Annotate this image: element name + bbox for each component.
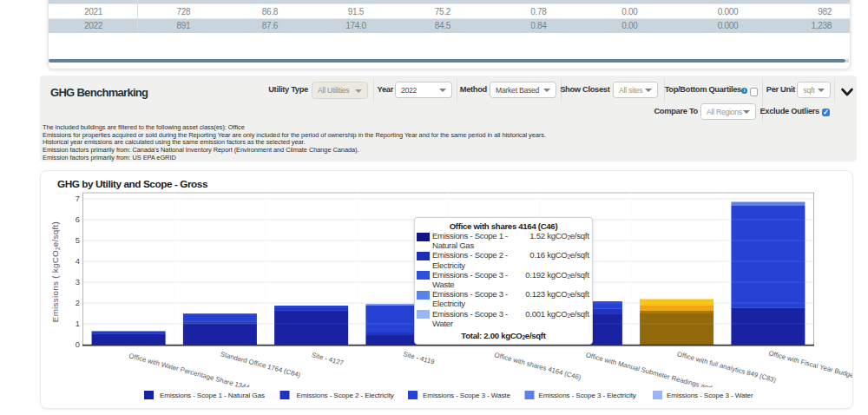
svg-text:1: 1: [76, 319, 80, 328]
svg-text:Site - 4127: Site - 4127: [311, 351, 345, 366]
svg-text:Emissions - Scope 3 - Electric: Emissions - Scope 3 - Electricity: [539, 392, 637, 399]
svg-text:5: 5: [76, 236, 80, 245]
svg-text:Emissions - Scope 1 - Natural: Emissions - Scope 1 - Natural Gas: [160, 392, 265, 399]
svg-text:Office with shares 4164 (C46): Office with shares 4164 (C46): [494, 351, 582, 381]
svg-text:7: 7: [76, 194, 80, 203]
svg-text:3: 3: [76, 278, 80, 287]
svg-text:Site - 4119: Site - 4119: [402, 350, 435, 366]
svg-text:Emissions - Scope 3 - Waste: Emissions - Scope 3 - Waste: [423, 392, 511, 399]
svg-text:4: 4: [76, 257, 80, 266]
svg-text:6: 6: [76, 215, 80, 224]
svg-text:Standard Office 1764 (C84): Standard Office 1764 (C84): [220, 350, 302, 379]
svg-text:Emissions - Scope 3 - Water: Emissions - Scope 3 - Water: [667, 392, 753, 399]
svg-text:Emissions ( kgCO2e/sqft): Emissions ( kgCO2e/sqft): [50, 221, 61, 322]
svg-text:0: 0: [76, 340, 80, 349]
svg-text:2: 2: [76, 299, 80, 307]
svg-text:Office with Fiscal Year Budget: Office with Fiscal Year Budget 12 (C12): [767, 349, 868, 387]
svg-text:Emissions - Scope 2 - Electric: Emissions - Scope 2 - Electricity: [297, 392, 395, 399]
